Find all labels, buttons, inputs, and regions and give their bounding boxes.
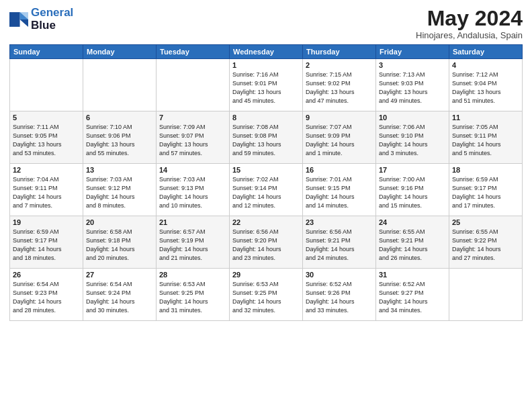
day-info: Sunrise: 7:07 AM Sunset: 9:09 PM Dayligh… [306,123,373,158]
day-cell [10,59,83,111]
day-number: 16 [306,166,373,174]
calendar-body: 1Sunrise: 7:16 AM Sunset: 9:01 PM Daylig… [10,59,523,321]
day-cell: 24Sunrise: 6:55 AM Sunset: 9:21 PM Dayli… [376,216,449,269]
day-cell: 4Sunrise: 7:12 AM Sunset: 9:04 PM Daylig… [449,59,523,111]
day-cell: 17Sunrise: 7:00 AM Sunset: 9:16 PM Dayli… [376,164,449,216]
day-info: Sunrise: 7:15 AM Sunset: 9:02 PM Dayligh… [306,71,373,105]
day-number: 28 [159,271,226,279]
title-block: May 2024 Hinojares, Andalusia, Spain [416,7,523,40]
logo-general: General [31,6,73,19]
calendar-table: SundayMondayTuesdayWednesdayThursdayFrid… [9,44,523,321]
day-cell [449,269,523,321]
day-cell: 9Sunrise: 7:07 AM Sunset: 9:09 PM Daylig… [303,111,376,164]
day-info: Sunrise: 6:59 AM Sunset: 9:17 PM Dayligh… [452,175,519,210]
week-row-3: 12Sunrise: 7:04 AM Sunset: 9:11 PM Dayli… [10,164,523,216]
calendar-page: General Blue May 2024 Hinojares, Andalus… [0,0,532,411]
svg-rect-2 [9,12,20,27]
day-number: 30 [306,271,373,279]
day-cell: 5Sunrise: 7:11 AM Sunset: 9:05 PM Daylig… [10,111,83,164]
day-info: Sunrise: 7:08 AM Sunset: 9:08 PM Dayligh… [232,123,300,158]
day-cell: 31Sunrise: 6:52 AM Sunset: 9:27 PM Dayli… [376,269,449,321]
day-number: 12 [13,166,80,174]
day-info: Sunrise: 7:01 AM Sunset: 9:15 PM Dayligh… [306,175,373,210]
day-number: 29 [232,271,300,279]
day-cell: 27Sunrise: 6:54 AM Sunset: 9:24 PM Dayli… [83,269,157,321]
day-header-tuesday: Tuesday [157,45,230,59]
day-info: Sunrise: 6:52 AM Sunset: 9:26 PM Dayligh… [306,280,373,315]
day-number: 14 [159,166,226,174]
day-number: 6 [86,113,153,122]
header-row: SundayMondayTuesdayWednesdayThursdayFrid… [10,45,523,59]
day-cell: 26Sunrise: 6:54 AM Sunset: 9:23 PM Dayli… [10,269,83,321]
logo-text: General Blue [31,7,73,32]
day-info: Sunrise: 7:10 AM Sunset: 9:06 PM Dayligh… [86,123,153,158]
day-cell: 19Sunrise: 6:59 AM Sunset: 9:17 PM Dayli… [10,216,83,269]
day-cell: 25Sunrise: 6:55 AM Sunset: 9:22 PM Dayli… [449,216,523,269]
day-number: 10 [379,113,446,122]
day-info: Sunrise: 6:57 AM Sunset: 9:19 PM Dayligh… [159,228,226,263]
day-number: 21 [159,218,226,226]
day-number: 15 [232,166,300,174]
day-header-saturday: Saturday [449,45,523,59]
day-number: 3 [379,61,446,69]
day-info: Sunrise: 7:11 AM Sunset: 9:05 PM Dayligh… [13,123,80,158]
logo: General Blue [9,7,73,32]
day-number: 19 [13,218,80,226]
day-cell: 10Sunrise: 7:06 AM Sunset: 9:10 PM Dayli… [376,111,449,164]
day-info: Sunrise: 6:54 AM Sunset: 9:24 PM Dayligh… [86,280,153,315]
day-info: Sunrise: 6:59 AM Sunset: 9:17 PM Dayligh… [13,228,80,263]
day-number: 1 [232,61,300,69]
day-cell: 20Sunrise: 6:58 AM Sunset: 9:18 PM Dayli… [83,216,157,269]
day-info: Sunrise: 6:56 AM Sunset: 9:21 PM Dayligh… [306,228,373,263]
day-info: Sunrise: 7:00 AM Sunset: 9:16 PM Dayligh… [379,175,446,210]
day-number: 23 [306,218,373,226]
day-cell: 29Sunrise: 6:53 AM Sunset: 9:25 PM Dayli… [230,269,303,321]
day-cell [157,59,230,111]
week-row-5: 26Sunrise: 6:54 AM Sunset: 9:23 PM Dayli… [10,269,523,321]
day-number: 18 [452,166,519,174]
day-cell: 16Sunrise: 7:01 AM Sunset: 9:15 PM Dayli… [303,164,376,216]
day-header-friday: Friday [376,45,449,59]
day-number: 2 [306,61,373,69]
day-cell: 12Sunrise: 7:04 AM Sunset: 9:11 PM Dayli… [10,164,83,216]
svg-marker-1 [20,19,28,27]
day-cell: 1Sunrise: 7:16 AM Sunset: 9:01 PM Daylig… [230,59,303,111]
day-cell: 8Sunrise: 7:08 AM Sunset: 9:08 PM Daylig… [230,111,303,164]
day-info: Sunrise: 7:05 AM Sunset: 9:11 PM Dayligh… [452,123,519,158]
day-cell: 18Sunrise: 6:59 AM Sunset: 9:17 PM Dayli… [449,164,523,216]
day-header-monday: Monday [83,45,157,59]
day-header-sunday: Sunday [10,45,83,59]
day-cell [83,59,157,111]
day-header-thursday: Thursday [303,45,376,59]
day-cell: 14Sunrise: 7:03 AM Sunset: 9:13 PM Dayli… [157,164,230,216]
day-info: Sunrise: 7:13 AM Sunset: 9:03 PM Dayligh… [379,71,446,105]
day-cell: 11Sunrise: 7:05 AM Sunset: 9:11 PM Dayli… [449,111,523,164]
day-info: Sunrise: 6:52 AM Sunset: 9:27 PM Dayligh… [379,280,446,315]
day-number: 11 [452,113,519,122]
day-info: Sunrise: 7:04 AM Sunset: 9:11 PM Dayligh… [13,175,80,210]
day-number: 20 [86,218,153,226]
day-info: Sunrise: 6:55 AM Sunset: 9:21 PM Dayligh… [379,228,446,263]
day-info: Sunrise: 6:53 AM Sunset: 9:25 PM Dayligh… [159,280,226,315]
day-header-wednesday: Wednesday [230,45,303,59]
day-cell: 6Sunrise: 7:10 AM Sunset: 9:06 PM Daylig… [83,111,157,164]
day-number: 25 [452,218,519,226]
day-number: 22 [232,218,300,226]
day-info: Sunrise: 7:09 AM Sunset: 9:07 PM Dayligh… [159,123,226,158]
calendar-header: SundayMondayTuesdayWednesdayThursdayFrid… [10,45,523,59]
day-number: 7 [159,113,226,122]
day-number: 4 [452,61,519,69]
day-cell: 13Sunrise: 7:03 AM Sunset: 9:12 PM Dayli… [83,164,157,216]
day-info: Sunrise: 6:54 AM Sunset: 9:23 PM Dayligh… [13,280,80,315]
logo-blue: Blue [31,19,56,32]
week-row-2: 5Sunrise: 7:11 AM Sunset: 9:05 PM Daylig… [10,111,523,164]
day-info: Sunrise: 7:03 AM Sunset: 9:13 PM Dayligh… [159,175,226,210]
day-number: 8 [232,113,300,122]
header: General Blue May 2024 Hinojares, Andalus… [9,7,523,40]
day-info: Sunrise: 7:02 AM Sunset: 9:14 PM Dayligh… [232,175,300,210]
day-info: Sunrise: 6:53 AM Sunset: 9:25 PM Dayligh… [232,280,300,315]
day-number: 24 [379,218,446,226]
day-cell: 21Sunrise: 6:57 AM Sunset: 9:19 PM Dayli… [157,216,230,269]
day-info: Sunrise: 7:16 AM Sunset: 9:01 PM Dayligh… [232,71,300,105]
day-number: 13 [86,166,153,174]
